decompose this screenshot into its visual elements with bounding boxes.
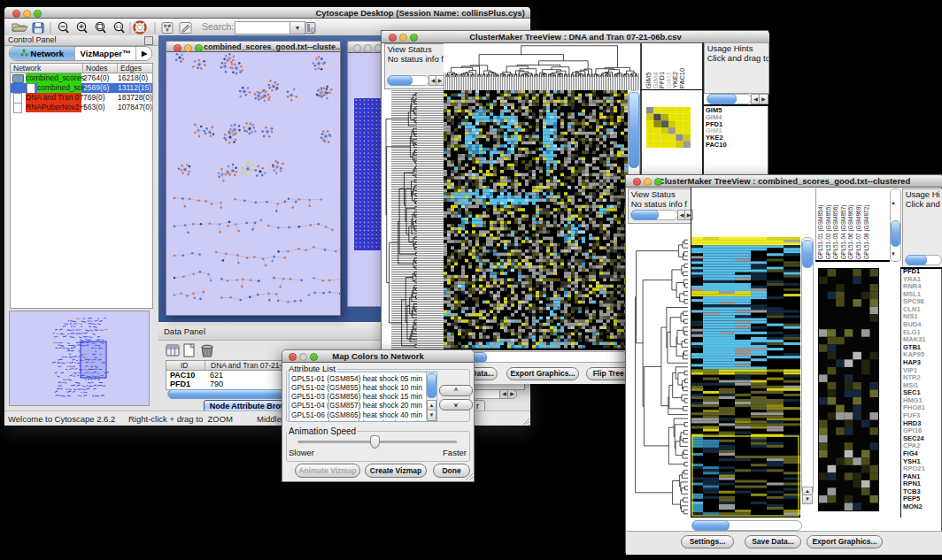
svg-text:1:1: 1:1 [116, 24, 122, 29]
